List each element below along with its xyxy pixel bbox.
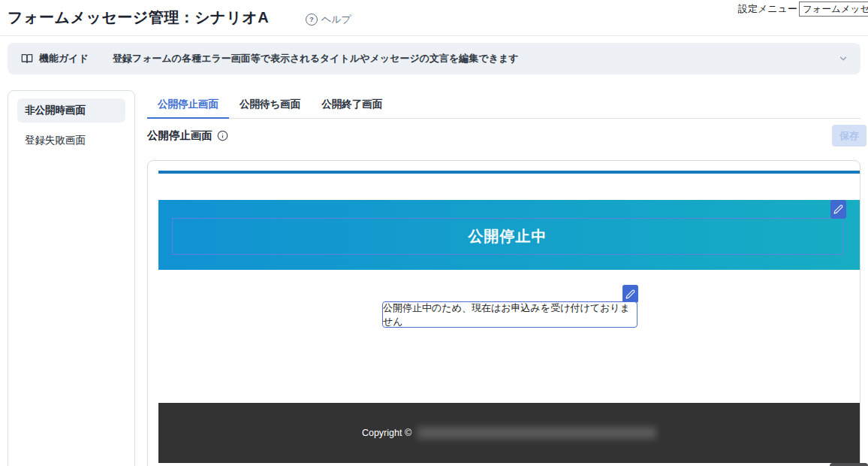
- settings-menu: 設定メニュー フォームメッセージ: [738, 2, 868, 17]
- tab-publish-waiting[interactable]: 公開待ち画面: [229, 94, 311, 119]
- header-divider: [0, 35, 868, 36]
- pencil-icon: [625, 289, 635, 299]
- page-title: フォームメッセージ管理：シナリオA: [8, 8, 269, 28]
- copyright-redacted-blur: [417, 427, 656, 439]
- preview-banner: 公開停止中: [158, 200, 860, 270]
- settings-menu-select[interactable]: フォームメッセージ: [799, 2, 868, 17]
- sidebar: 非公開時画面 登録失敗画面: [8, 90, 135, 466]
- sidebar-item-unpublished-screens[interactable]: 非公開時画面: [17, 98, 125, 123]
- help-circle-icon: ?: [306, 14, 318, 26]
- section-head: 公開停止画面: [147, 129, 228, 143]
- edit-message-button[interactable]: [622, 285, 638, 303]
- section-title: 公開停止画面: [147, 129, 212, 143]
- preview-footer: Copyright ©: [158, 403, 860, 463]
- banner-editable-outline: 公開停止中: [172, 218, 843, 255]
- tab-publish-ended[interactable]: 公開終了画面: [311, 94, 393, 119]
- help-label: ヘルプ: [321, 13, 351, 26]
- screen-tabs: 公開停止画面 公開待ち画面 公開終了画面: [147, 94, 860, 119]
- partially-visible-bottom-button[interactable]: [830, 463, 868, 466]
- preview-panel: 公開停止中 公開停止中のため、現在はお申込みを受け付けておりません Copyri…: [147, 160, 860, 466]
- book-open-icon: [21, 53, 33, 65]
- feature-guide-bar[interactable]: 機能ガイド 登録フォームの各種エラー画面等で表示されるタイトルやメッセージの文言…: [8, 43, 860, 74]
- feature-guide-description: 登録フォームの各種エラー画面等で表示されるタイトルやメッセージの文言を編集できま…: [113, 52, 519, 65]
- preview-top-line: [158, 171, 860, 174]
- copyright-text: Copyright ©: [362, 428, 411, 438]
- preview-message-box: 公開停止中のため、現在はお申込みを受け付けておりません: [382, 301, 637, 328]
- feature-guide-label: 機能ガイド: [39, 52, 89, 65]
- settings-menu-label: 設定メニュー: [738, 2, 797, 16]
- sidebar-item-registration-failure[interactable]: 登録失敗画面: [17, 129, 125, 153]
- help-link[interactable]: ? ヘルプ: [306, 13, 351, 26]
- info-icon[interactable]: [217, 130, 228, 141]
- pencil-icon: [833, 204, 843, 214]
- banner-title: 公開停止中: [469, 226, 547, 247]
- edit-banner-title-button[interactable]: [830, 200, 846, 219]
- chevron-down-icon[interactable]: [838, 53, 848, 64]
- tab-publish-stopped[interactable]: 公開停止画面: [147, 94, 229, 119]
- save-button[interactable]: 保存: [832, 125, 866, 147]
